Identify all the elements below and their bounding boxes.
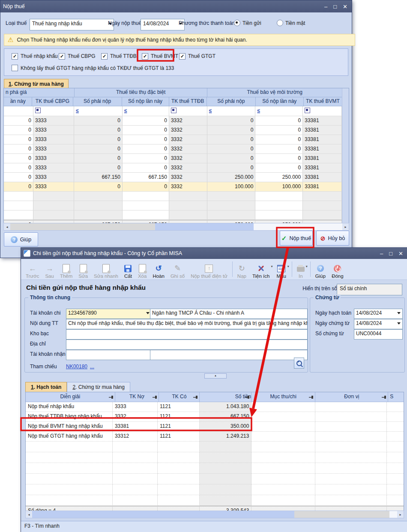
cell[interactable]: 0 [255, 144, 303, 154]
content-field[interactable]: Chi nộp thuế nhập khẩu, thuế tiêu thụ đặ… [66, 319, 308, 329]
cell[interactable]: 3332 [169, 173, 207, 182]
cell[interactable]: 0 [255, 126, 303, 135]
collapse-button[interactable]: ▲ [204, 373, 227, 379]
cell[interactable]: 33381 [303, 154, 342, 163]
maximize-button[interactable]: □ [389, 250, 392, 257]
cell[interactable]: 33381 [113, 422, 158, 432]
cell[interactable]: 250.000 [207, 173, 256, 182]
cell[interactable]: 0 [255, 116, 303, 126]
cell[interactable]: 0 [123, 144, 169, 154]
scroll-left-icon[interactable]: ◂ [26, 511, 32, 518]
cell[interactable] [113, 463, 158, 474]
col-header[interactable]: S [388, 392, 404, 402]
cell[interactable]: 0 [4, 135, 33, 144]
cell[interactable] [251, 412, 315, 422]
cell[interactable] [113, 484, 158, 495]
filter-cell[interactable]: ≤ [255, 106, 303, 116]
table-row[interactable]: Nộp thuế BVMT hàng nhập khẩu 33381 1121 … [26, 422, 404, 432]
tab-purchase-vouchers[interactable]: 2. Chứng từ mua hàng [67, 382, 130, 392]
cancel-button[interactable]: ⊘ Hủy bỏ [316, 231, 349, 246]
chevron-down-icon[interactable]: ▾ [306, 264, 308, 268]
cell[interactable] [251, 495, 315, 506]
cell[interactable] [200, 463, 252, 474]
checkbox-unchecked-icon[interactable] [12, 65, 18, 71]
cell[interactable] [26, 452, 113, 463]
table-row[interactable]: 0 3333 0 0 3332 0 0 33381 [4, 116, 342, 126]
cell[interactable]: 0 [4, 116, 33, 126]
cell[interactable]: 3332 [169, 116, 207, 126]
table-row[interactable]: 0 3333 0 0 3332 0 0 33381 [4, 126, 342, 135]
cell[interactable] [74, 192, 123, 201]
bank-name-field[interactable]: Ngân hàng TMCP Á Châu - Chi nhánh A [150, 309, 308, 319]
col-header[interactable]: Mục thu/chi [251, 392, 315, 402]
pin-icon[interactable] [382, 395, 386, 399]
filter-cell[interactable]: ≤ [123, 106, 169, 116]
table-row[interactable]: Nộp thuế TTĐB hàng nhập khẩu 3332 1121 6… [26, 412, 404, 422]
scrollbar-segment[interactable] [254, 223, 342, 230]
table-row[interactable]: 0 3333 667.150 667.150 3332 250.000 250.… [4, 173, 342, 182]
cell[interactable]: 100.000 [255, 182, 303, 192]
cell[interactable]: 0 [207, 116, 256, 126]
cell[interactable] [26, 442, 113, 452]
cell[interactable]: 33381 [303, 173, 342, 182]
zoom-button[interactable] [294, 358, 304, 369]
chevron-down-icon[interactable] [146, 312, 150, 314]
cell[interactable] [207, 201, 256, 210]
cell[interactable] [158, 484, 200, 495]
cell[interactable] [113, 442, 158, 452]
col-header[interactable]: TK thuế CBPG [32, 97, 73, 106]
cell[interactable]: 3333 [33, 116, 74, 126]
table-row[interactable] [26, 474, 404, 484]
cell[interactable] [4, 210, 33, 220]
cell[interactable]: 3332 [169, 126, 207, 135]
cell[interactable]: 0 [4, 144, 33, 154]
toolbar-post-button[interactable]: ✎Ghi sổ [168, 259, 188, 280]
table-row[interactable]: Nộp thuế nhập khẩu 3333 1121 1.043.180 [26, 402, 404, 412]
cell[interactable] [200, 484, 252, 495]
cell[interactable]: 3333 [113, 402, 158, 412]
toolbar-edit-button[interactable]: Sửa [75, 259, 91, 280]
table-row[interactable] [4, 192, 342, 201]
toolbar-etax-button[interactable]: ↑Nộp thuế điện tử [188, 259, 230, 280]
minimize-button[interactable]: – [324, 3, 327, 10]
cell[interactable] [251, 432, 315, 442]
col-header[interactable]: TK Nợ [115, 392, 159, 402]
cell[interactable] [315, 422, 387, 432]
table-row[interactable]: 0 3333 0 0 3332 0 0 33381 [4, 163, 342, 173]
cell[interactable]: 0 [207, 154, 256, 163]
vertical-scrollbar[interactable] [342, 88, 349, 230]
cell[interactable] [315, 474, 387, 484]
cell[interactable] [303, 210, 342, 220]
radio-bank-transfer[interactable]: Tiền gửi [234, 20, 261, 26]
help-button[interactable]: ? Giúp [4, 232, 38, 246]
pin-icon[interactable] [109, 395, 114, 399]
cell[interactable]: 0 [207, 126, 256, 135]
cell[interactable] [303, 201, 342, 210]
cell[interactable]: 667.150 [74, 173, 123, 182]
cell[interactable] [4, 201, 33, 210]
pay-date-select[interactable]: 14/08/2024 [141, 19, 185, 30]
table-row[interactable] [4, 201, 342, 210]
cell[interactable]: 0 [207, 135, 256, 144]
cell[interactable] [315, 402, 387, 412]
tax-checkbox[interactable]: ✓ Thuế BVMT [142, 53, 178, 60]
col-header[interactable]: TK thuế BVMT [304, 97, 342, 106]
cell[interactable] [251, 484, 315, 495]
filter-box-icon[interactable] [35, 108, 41, 113]
cell[interactable]: 3332 [169, 135, 207, 144]
table-row[interactable] [26, 452, 404, 463]
cell[interactable] [113, 474, 158, 484]
cell[interactable]: 3332 [169, 154, 207, 163]
cell[interactable]: 0 [4, 182, 33, 192]
cell[interactable]: 3333 [33, 163, 74, 173]
checkbox-checked-icon[interactable]: ✓ [59, 53, 65, 60]
filter-cell[interactable] [33, 106, 74, 116]
cell[interactable] [387, 442, 404, 452]
cell[interactable]: 33381 [303, 144, 342, 154]
cell[interactable]: 667.150 [123, 173, 169, 182]
cell[interactable] [387, 452, 404, 463]
toolbar-add-button[interactable]: Thêm [57, 259, 75, 280]
cell[interactable] [169, 192, 207, 201]
filter-cell[interactable] [169, 106, 207, 116]
maximize-button[interactable]: □ [333, 3, 337, 10]
